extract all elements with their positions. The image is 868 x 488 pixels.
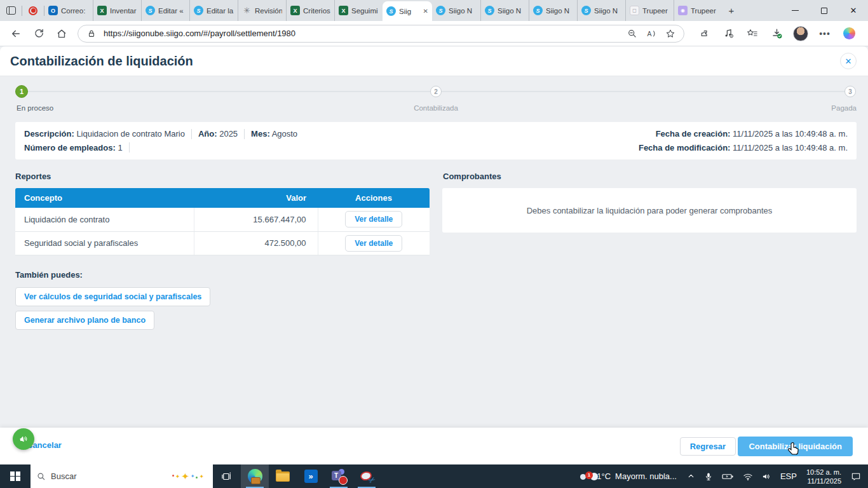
descripcion: Descripción: Liquidacion de contrato Mar… <box>24 129 185 139</box>
taskbar-search[interactable]: Buscar ✦✦✦✦ <box>31 464 213 488</box>
row-concepto: Seguridad social y parafiscales <box>15 231 194 255</box>
siigo-icon: S <box>581 6 591 15</box>
zoom-out-icon[interactable] <box>625 27 639 41</box>
clock-date: 11/11/2025 <box>808 477 841 485</box>
col-acciones: Acciones <box>318 188 430 208</box>
tab-inventar[interactable]: XInventar <box>93 0 141 21</box>
tab-siigo-n2[interactable]: SSiigo N <box>480 0 529 21</box>
tab-revision[interactable]: ✳Revisión <box>238 0 286 21</box>
announcements-fab[interactable] <box>13 428 34 450</box>
taskbar-snip-button[interactable]: ✂ <box>353 464 381 488</box>
info-row-1: Descripción: Liquidacion de contrato Mar… <box>24 129 848 139</box>
window-close-button[interactable]: ✕ <box>839 0 868 21</box>
copilot-button[interactable] <box>838 24 860 44</box>
tray-chevron-button[interactable] <box>682 464 700 488</box>
row-valor: 15.667.447,00 <box>194 208 318 231</box>
restore-icon <box>821 8 827 14</box>
start-button[interactable] <box>0 464 31 488</box>
weather-badge: 1 <box>585 471 593 479</box>
record-button[interactable] <box>22 0 44 21</box>
taskbar-devops-button[interactable]: » <box>297 464 325 488</box>
tab-siigo-n4[interactable]: SSiigo N <box>577 0 625 21</box>
step-1-circle: 1 <box>15 85 28 98</box>
lock-icon[interactable] <box>85 27 98 41</box>
table-row: Seguridad social y parafiscales 472.500,… <box>15 231 430 255</box>
downloads-button[interactable] <box>766 24 787 44</box>
row-valor: 472.500,00 <box>194 231 318 255</box>
back-icon <box>10 28 22 39</box>
tray-volume-button[interactable] <box>757 464 776 488</box>
notification-center-button[interactable] <box>846 464 865 488</box>
ver-calculos-button[interactable]: Ver cálculos de seguridad social y paraf… <box>15 287 210 306</box>
divider <box>244 129 245 139</box>
step-3-label: Pagada <box>831 104 857 112</box>
volume-icon <box>762 472 771 481</box>
profile-button[interactable] <box>790 24 811 44</box>
tab-criterios[interactable]: XCriterios <box>286 0 334 21</box>
home-icon <box>56 28 67 39</box>
tab-trupeer-1[interactable]: ◻Trupeer <box>625 0 674 21</box>
tab-editar-2[interactable]: SEditar la <box>189 0 238 21</box>
back-button[interactable] <box>5 24 27 44</box>
window-minimize-button[interactable] <box>780 0 810 21</box>
copilot-sparkles-icon: ✦✦✦✦ <box>172 471 204 482</box>
workspaces-button[interactable] <box>0 0 22 21</box>
mes: Mes: Agosto <box>251 129 297 139</box>
address-bar[interactable]: https://siigonube.siigo.com/#/payroll/se… <box>78 25 684 43</box>
settings-menu-button[interactable]: ••• <box>814 24 836 44</box>
collections-button[interactable] <box>742 24 763 44</box>
tray-mic-button[interactable] <box>700 464 717 488</box>
system-tray: 1 21°C Mayorm. nubla... ESP 10:52 a. m. … <box>582 464 868 488</box>
regresar-button[interactable]: Regresar <box>680 437 736 456</box>
refresh-button[interactable] <box>28 24 50 44</box>
favorite-star-icon[interactable] <box>663 27 677 41</box>
browser-toolbar: https://siigonube.siigo.com/#/payroll/se… <box>0 21 868 46</box>
search-placeholder: Buscar <box>51 471 167 481</box>
ver-detalle-button[interactable]: Ver detalle <box>345 211 402 227</box>
read-aloud-icon[interactable]: A <box>644 27 658 41</box>
tab-seguimi[interactable]: XSeguimi <box>334 0 383 21</box>
comprobantes-panel: Debes contabilizar la liquidación para p… <box>442 188 857 233</box>
page-close-button[interactable]: ✕ <box>840 53 857 69</box>
extensions-button[interactable] <box>693 24 715 44</box>
teams-icon: T <box>332 469 346 484</box>
step-1-label: En proceso <box>17 104 53 112</box>
taskbar-explorer-button[interactable] <box>269 464 297 488</box>
task-view-icon <box>221 471 233 482</box>
ver-detalle-button[interactable]: Ver detalle <box>345 235 402 252</box>
tab-siigo-n1[interactable]: SSiigo N <box>432 0 480 21</box>
generar-archivo-button[interactable]: Generar archivo plano de banco <box>15 311 154 330</box>
contabilizar-button[interactable]: Contabilizar liquidación <box>738 437 853 456</box>
siigo-icon: S <box>386 6 396 16</box>
siigo-icon: S <box>146 6 155 15</box>
weather-widget[interactable]: 1 21°C Mayorm. nubla... <box>582 471 682 481</box>
language-indicator[interactable]: ESP <box>776 464 801 488</box>
tab-close-icon[interactable]: ✕ <box>423 8 428 15</box>
taskbar-teams-button[interactable]: T <box>325 464 353 488</box>
new-tab-button[interactable]: + <box>722 0 741 21</box>
taskbar-edge-button[interactable] <box>241 464 269 488</box>
row-concepto: Liquidación de contrato <box>15 208 194 231</box>
tab-siigo-active[interactable]: SSiig✕ <box>383 1 432 21</box>
tab-correo[interactable]: OCorreo: <box>44 0 93 21</box>
refresh-icon <box>34 28 44 39</box>
microphone-icon <box>704 472 713 481</box>
task-view-button[interactable] <box>213 464 241 488</box>
tab-trupeer-2[interactable]: ◉Trupeer <box>674 0 722 21</box>
tabstrip-spacer <box>741 0 780 21</box>
extension-media-button[interactable] <box>717 24 739 44</box>
url-text[interactable]: https://siigonube.siigo.com/#/payroll/se… <box>104 29 620 38</box>
tab-editar-1[interactable]: SEditar « <box>141 0 189 21</box>
battery-icon <box>722 472 734 481</box>
siigo-icon: S <box>533 6 543 15</box>
edge-icon <box>248 469 262 484</box>
siigo-icon: S <box>436 6 445 15</box>
home-button[interactable] <box>51 24 72 44</box>
search-icon <box>37 472 46 481</box>
tab-siigo-n3[interactable]: SSiigo N <box>529 0 577 21</box>
tray-wifi-button[interactable] <box>738 464 757 488</box>
tray-battery-button[interactable] <box>717 464 738 488</box>
window-restore-button[interactable] <box>810 0 839 21</box>
close-icon: ✕ <box>850 6 857 15</box>
taskbar-clock[interactable]: 10:52 a. m. 11/11/2025 <box>801 468 846 485</box>
